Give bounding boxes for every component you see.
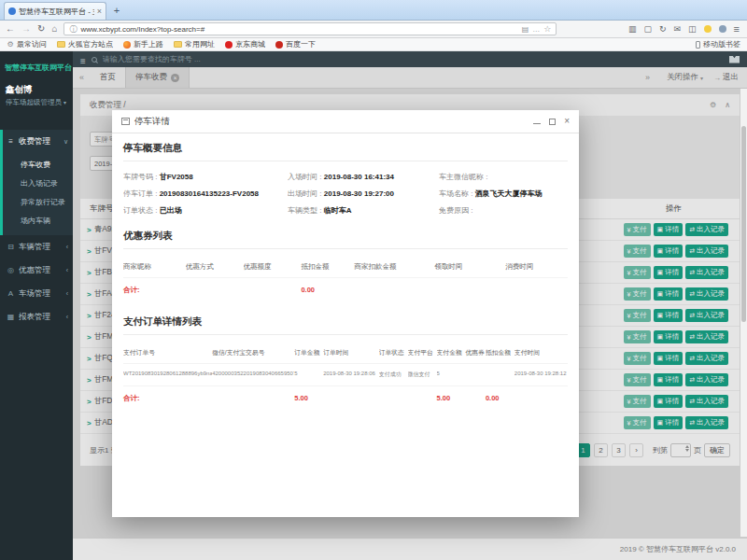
report-icon: ▦ [7, 313, 15, 321]
sidebar-item-label: 报表管理 [19, 312, 50, 323]
dialog-titlebar[interactable]: 停车详情 [112, 110, 579, 133]
car-icon: ⊟ [7, 243, 15, 251]
scrollbar-thumb[interactable] [741, 126, 746, 322]
summary-field: 车场名称 : 酒泉飞天大厦停车场 [439, 187, 568, 201]
site-info-icon[interactable] [69, 24, 77, 35]
coupon-header-cell: 商家扣款金额 [354, 258, 434, 277]
app-brand: 智慧停车互联网平台 [0, 51, 73, 78]
coupon-section: 优惠券列表 商家昵称优惠方式优惠额度抵扣金额商家扣款金额领取时间消费时间 合计:… [123, 230, 568, 302]
sidebar-group-car: ⊟车辆管理‹ [0, 235, 73, 259]
payment-total-cell: 合计: [123, 385, 212, 411]
summary-field: 出场时间 : 2019-08-30 19:27:00 [288, 187, 439, 201]
payment-table-header: 支付订单号微信/支付宝交易号订单金额订单时间订单状态支付平台支付金额优惠券抵扣金… [123, 343, 568, 363]
sidebar-item-parking[interactable]: A车场管理‹ [3, 282, 73, 305]
home-icon[interactable] [51, 24, 57, 34]
coupon-header-cell: 商家昵称 [123, 258, 186, 277]
payment-total-cell: 5.00 [294, 385, 323, 411]
payment-cell: WT201908301928061288896yb9na5ej [123, 363, 212, 385]
sidebar-item-car[interactable]: ⊟车辆管理‹ [3, 235, 73, 259]
coupon-total-cell [244, 277, 302, 302]
chevron-closed-icon: ‹ [66, 314, 68, 320]
close-icon[interactable] [564, 117, 570, 126]
browser-navbar: www.xcbypt.com/Index?top-search=# [0, 21, 747, 38]
page-action-icon[interactable] [522, 25, 529, 34]
summary-field: 订单状态 : 已出场 [123, 203, 288, 217]
coupon-header-cell: 优惠额度 [244, 258, 302, 277]
browser-window: 智慧停车互联网平台 - 主页 www.xcbypt.com/Index?top-… [0, 0, 747, 560]
payment-total-cell [379, 385, 408, 411]
minimize-icon[interactable] [533, 123, 541, 124]
payment-section: 支付订单详情列表 支付订单号微信/支付宝交易号订单金额订单时间订单状态支付平台支… [123, 315, 568, 411]
page-actions-menu-icon[interactable] [532, 25, 540, 34]
bookmark-item[interactable]: 京东商城 [225, 39, 265, 49]
payment-cell [465, 363, 485, 385]
sidebar-subitem[interactable]: 出入场记录 [3, 174, 73, 192]
gear-icon [7, 41, 14, 49]
browser-tab-title: 智慧停车互联网平台 - 主页 [19, 7, 94, 17]
new-tab-button[interactable] [108, 5, 125, 20]
payment-total-cell: 0.00 [486, 385, 514, 411]
coupon-total-cell [186, 277, 244, 302]
bookmark-mobile[interactable]: 移动版书签 [696, 39, 740, 49]
sidebar-item-list[interactable]: ≡收费管理∨ [3, 130, 73, 153]
payment-total-cell [212, 385, 294, 411]
sidebar-toggle-icon[interactable] [643, 25, 652, 34]
coupon-total-cell: 合计: [123, 277, 186, 302]
browser-tab[interactable]: 智慧停车互联网平台 - 主页 [4, 2, 106, 20]
url-bar[interactable]: www.xcbypt.com/Index?top-search=# [63, 22, 557, 35]
payment-cell: 4200000352201908304066595073 [212, 363, 294, 385]
coupon-section-title: 优惠券列表 [123, 230, 568, 249]
payment-total-cell: 5.00 [437, 385, 466, 411]
payment-header-cell: 支付金额 [437, 343, 466, 363]
bookmark-item[interactable]: 新手上路 [123, 39, 163, 49]
payment-header-cell: 订单金额 [294, 343, 323, 363]
payment-header-cell: 支付时间 [514, 343, 568, 363]
user-name: 鑫创博 [0, 78, 73, 98]
tab-close-icon[interactable] [97, 7, 102, 16]
forward-icon[interactable] [21, 24, 31, 34]
bookmark-item[interactable]: 常用网址 [174, 39, 215, 49]
user-role[interactable]: 停车场超级管理员 [0, 98, 73, 115]
bookmarks-list: 最常访问火狐官方站点新手上路常用网址京东商城百度一下 [7, 39, 316, 49]
messages-icon[interactable] [674, 25, 682, 34]
extension-icon-gray[interactable] [719, 25, 726, 33]
page-scrollbar[interactable] [740, 89, 747, 537]
extension-icon-yellow[interactable] [704, 25, 712, 33]
payment-row: WT201908301928061288896yb9na5ej420000035… [123, 363, 568, 385]
payment-header-cell: 订单时间 [323, 343, 379, 363]
payment-cell: 微信支付 [408, 363, 437, 385]
bookmark-item[interactable]: 百度一下 [275, 39, 316, 49]
payment-header-cell: 微信/支付宝交易号 [212, 343, 294, 363]
coupon-table-header: 商家昵称优惠方式优惠额度抵扣金额商家扣款金额领取时间消费时间 [123, 258, 568, 277]
payment-cell: 2019-08-30 19:28:12 [514, 363, 568, 385]
jd-icon [225, 41, 233, 49]
sidebar-item-report[interactable]: ▦报表管理‹ [3, 305, 73, 329]
bookmark-star-icon[interactable] [543, 24, 551, 34]
bookmark-item[interactable]: 火狐官方站点 [57, 39, 113, 49]
payment-total-row: 合计:5.005.000.00 [123, 385, 568, 411]
back-icon[interactable] [6, 24, 15, 34]
folder-icon [57, 41, 65, 48]
reload-icon[interactable] [37, 24, 45, 34]
browser-menu-icon[interactable] [734, 24, 740, 35]
sidebar-subitem[interactable]: 异常放行记录 [3, 192, 73, 211]
phone-icon [696, 41, 700, 49]
sidebar-item-discount[interactable]: ◎优惠管理‹ [3, 259, 73, 282]
sidebar-group-discount: ◎优惠管理‹ [0, 259, 73, 282]
screenshot-icon[interactable] [688, 25, 697, 34]
sidebar-subitem[interactable]: 场内车辆 [3, 211, 73, 230]
sync-icon[interactable] [659, 25, 667, 34]
bookmark-item[interactable]: 最常访问 [7, 39, 47, 49]
sidebar-subitem[interactable]: 停车收费 [3, 155, 73, 174]
payment-header-cell: 优惠券 [465, 343, 485, 363]
maximize-icon[interactable] [549, 119, 556, 125]
library-icon[interactable] [628, 25, 637, 34]
summary-field: 车辆类型 : 临时车A [288, 203, 439, 217]
url-text[interactable]: www.xcbypt.com/Index?top-search=# [80, 25, 517, 34]
payment-total-cell [514, 385, 568, 411]
browser-titlebar: 智慧停车互联网平台 - 主页 [0, 0, 747, 21]
coupon-total-cell: 0.00 [301, 277, 354, 302]
bookmark-label: 京东商城 [235, 39, 265, 49]
summary-field: 车牌号码 : 甘FV2058 [123, 170, 288, 184]
bookmark-label: 最常访问 [17, 39, 47, 49]
